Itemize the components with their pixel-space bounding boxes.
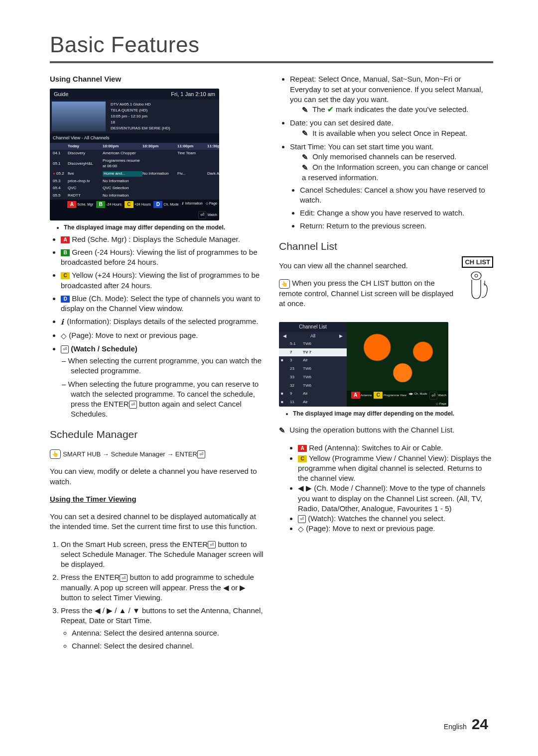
legend-label: Ch. Mode: [414, 392, 427, 395]
legend-label: Ch. Mode: [163, 203, 178, 206]
guide-caption: The displayed image may differ depending…: [64, 223, 264, 231]
chlist-press: When you press the CH LIST button on the…: [279, 278, 493, 309]
bullet-text: (Watch / Schedule): [69, 344, 137, 353]
note-text: On the Information screen, you can chang…: [302, 163, 488, 182]
bullet-text: When you press the CH LIST button on the…: [279, 279, 453, 308]
step-text: Press the ENTER: [61, 573, 120, 581]
guide-info-line: 18: [111, 119, 170, 125]
legend-label: Information: [185, 202, 203, 205]
note-icon: [279, 426, 287, 435]
badge-a-icon: A: [351, 392, 360, 399]
remote-hand-icon: [462, 269, 491, 303]
using-channel-view-heading: Using Channel View: [50, 74, 264, 84]
page-icon: [298, 524, 304, 534]
bullet-text: (Page): Move to next or previous page.: [67, 331, 198, 339]
chlist-row: ■11Air: [279, 398, 347, 407]
chlist-row: 23TW6: [279, 365, 347, 373]
bullet-text: (Information): Displays details of the s…: [65, 317, 259, 325]
bullet-green: B Green (-24 Hours): Viewing the list of…: [61, 247, 264, 268]
channel-list-screenshot: Channel List ◀ All ▶ 5-1TW67TV 7■3Air23T…: [279, 322, 448, 407]
badge-c-icon: C: [298, 455, 307, 462]
badge-d-icon: D: [153, 201, 162, 208]
legend-label: Programme View: [384, 394, 406, 397]
bullet-text: (Watch): Watches the channel you select.: [306, 514, 445, 523]
chlist-row: 32TW6: [279, 382, 347, 390]
start-note1: Only memorised channels can be reserved.: [290, 152, 493, 162]
badge-a-icon: A: [298, 445, 307, 452]
remote-icon: [50, 449, 61, 459]
bullet-text: Red (Sche. Mgr) : Displays the Schedule …: [70, 235, 240, 243]
title-rule: [50, 61, 493, 63]
badge-b-icon: B: [61, 249, 70, 256]
legend-label: Watch: [438, 394, 446, 397]
note-icon: [302, 163, 310, 173]
chlist-ui-title: Channel List: [279, 322, 347, 332]
svg-point-1: [475, 274, 478, 277]
page-icon: [206, 201, 208, 206]
bullet-text: Repeat: Select Once, Manual, Sat~Sun, Mo…: [290, 75, 483, 104]
page-icon: [61, 331, 67, 341]
enter-icon: [429, 392, 437, 400]
info-icon: [61, 317, 65, 327]
guide-row: 05.1DiscoveryH&LProgrammes resume at 06:…: [50, 157, 219, 170]
bullet-text: Blue (Ch. Mode): Select the type of chan…: [61, 294, 261, 313]
schedule-path: SMART HUB → Schedule Manager → ENTER: [50, 449, 264, 459]
page-footer: English 24: [444, 714, 488, 735]
op-yellow: C Yellow (Programme View / Channel View)…: [298, 453, 493, 484]
guide-row: 05.3price-drop.tvNo Information: [50, 178, 219, 185]
guide-row: 05.2fiveHome and...No InformationFiv...D…: [50, 170, 219, 178]
badge-a-icon: A: [61, 236, 70, 243]
bullet-text: Red (Antenna): Switches to Air or Cable.: [307, 443, 443, 452]
bullet-text: Date: you can set desired date.: [290, 118, 394, 127]
note-icon: [302, 152, 310, 162]
legend-label: Sche. Mgr: [77, 203, 93, 206]
note-text: It is available when you select Once in …: [312, 129, 467, 137]
note-text: mark indicates the date you've selected.: [336, 105, 468, 113]
guide-info-line: DESVENTURAS EM SERIE (HD): [111, 125, 170, 131]
note-text: Only memorised channels can be reserved.: [312, 152, 456, 161]
bullet-text: (Page): Move to next or previous page.: [304, 524, 435, 533]
bullet-text: Yellow (+24 Hours): Viewing the list of …: [61, 271, 260, 289]
guide-info: DTV Air05.1 Globo HD TELA QUENTE (HD) 10…: [108, 100, 173, 133]
badge-a-icon: A: [67, 201, 76, 208]
check-icon: ✔: [327, 105, 334, 113]
chlist-intro: You can view all the channel searched.: [279, 261, 493, 271]
guide-header-row: Today 10:00pm 10:30pm 11:00pm 11:30pm: [50, 143, 219, 150]
chlist-row: 7TV 7: [279, 348, 347, 357]
badge-c-icon: C: [61, 272, 70, 279]
note-icon: [302, 105, 310, 115]
guide-col: 11:00pm: [177, 144, 207, 149]
badge-d-icon: D: [61, 296, 70, 303]
right-column: Repeat: Select Once, Manual, Sat~Sun, Mo…: [279, 74, 493, 654]
guide-col: 11:30pm: [207, 144, 219, 149]
enter-icon: [197, 450, 205, 458]
step-1: On the Smart Hub screen, press the ENTER…: [61, 540, 264, 570]
guide-info-line: 10:05 pm - 12:10 pm: [111, 113, 170, 119]
enter-icon: [61, 345, 69, 353]
guide-screenshot: Guide Fri, 1 Jan 2:10 am DTV Air05.1 Glo…: [50, 89, 219, 220]
legend-label: -24 Hours: [106, 203, 122, 206]
bullet-watch-schedule: (Watch / Schedule) When selecting the cu…: [61, 344, 264, 420]
step-3: Press the ◀ / ▶ / ▲ / ▼ buttons to set t…: [61, 606, 264, 651]
badge-c-icon: C: [374, 392, 383, 399]
ch-list-remote-graphic: CH LIST: [462, 256, 493, 303]
guide-row: 05.5R4DTTNo Information: [50, 192, 219, 200]
bullet-red: A Red (Sche. Mgr) : Displays the Schedul…: [61, 234, 264, 244]
legend-label: Antenna: [361, 394, 372, 397]
step3-antenna: Antenna: Select the desired antenna sour…: [72, 628, 264, 638]
guide-row: 04.1DiscoveryAmerican ChopperTine Team: [50, 150, 219, 157]
op-intro: Using the operation buttons with the Cha…: [279, 425, 493, 435]
repeat-bullet: Repeat: Select Once, Manual, Sat~Sun, Mo…: [290, 74, 493, 115]
op-lr: ◀ ▶ (Ch. Mode / Channel): Move to the ty…: [298, 483, 493, 514]
return-schedule: Return: Return to the previous screen.: [300, 221, 493, 231]
start-note2: On the Information screen, you can chang…: [290, 162, 493, 183]
legend-label: Page: [439, 402, 446, 405]
guide-row: 05.4QVCQVC Selection: [50, 185, 219, 192]
chlist-row: ■9Air: [279, 390, 347, 398]
chevron-right-icon: ▶: [339, 333, 343, 339]
step-text: Press the ◀ / ▶ / ▲ / ▼ buttons to set t…: [61, 606, 263, 625]
page-title: Basic Features: [50, 30, 493, 59]
bullet-text: Green (-24 Hours): Viewing the list of p…: [61, 248, 258, 266]
cancel-schedules: Cancel Schedules: Cancel a show you have…: [300, 185, 493, 206]
chlist-row: 5-1TW6: [279, 340, 347, 348]
